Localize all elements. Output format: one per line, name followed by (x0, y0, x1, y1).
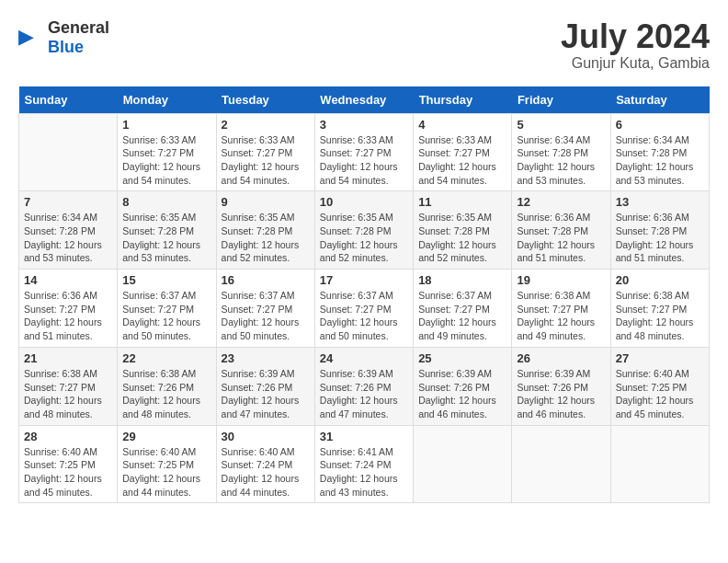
day-number: 23 (222, 351, 310, 365)
day-info: Sunrise: 6:33 AMSunset: 7:27 PMDaylight:… (222, 133, 310, 188)
calendar-cell: 9Sunrise: 6:35 AMSunset: 7:28 PMDaylight… (216, 191, 314, 270)
calendar-week-row: 28Sunrise: 6:40 AMSunset: 7:25 PMDayligh… (19, 425, 710, 503)
weekday-header: Tuesday (216, 86, 314, 114)
day-number: 12 (517, 195, 605, 209)
page-header: ▶ General Blue July 2024 Gunjur Kuta, Ga… (18, 18, 710, 72)
day-number: 15 (122, 273, 210, 287)
day-number: 30 (222, 430, 310, 443)
day-number: 3 (320, 118, 408, 132)
day-number: 8 (122, 195, 210, 209)
day-number: 18 (418, 273, 506, 287)
day-number: 31 (320, 430, 408, 443)
day-number: 27 (616, 351, 704, 365)
day-number: 13 (616, 195, 704, 209)
day-info: Sunrise: 6:33 AMSunset: 7:27 PMDaylight:… (122, 133, 210, 188)
day-info: Sunrise: 6:40 AMSunset: 7:25 PMDaylight:… (122, 445, 210, 500)
calendar-cell: 13Sunrise: 6:36 AMSunset: 7:28 PMDayligh… (610, 191, 709, 270)
calendar-cell: 12Sunrise: 6:36 AMSunset: 7:28 PMDayligh… (512, 191, 610, 270)
day-info: Sunrise: 6:41 AMSunset: 7:24 PMDaylight:… (320, 445, 408, 500)
calendar-cell: 11Sunrise: 6:35 AMSunset: 7:28 PMDayligh… (414, 191, 512, 270)
day-info: Sunrise: 6:34 AMSunset: 7:28 PMDaylight:… (517, 133, 605, 188)
calendar-cell: 19Sunrise: 6:38 AMSunset: 7:27 PMDayligh… (512, 270, 610, 348)
day-info: Sunrise: 6:40 AMSunset: 7:24 PMDaylight:… (222, 445, 310, 500)
calendar-cell: 15Sunrise: 6:37 AMSunset: 7:27 PMDayligh… (118, 270, 216, 348)
day-info: Sunrise: 6:39 AMSunset: 7:26 PMDaylight:… (320, 367, 408, 421)
logo-icon: ▶ (18, 25, 44, 51)
day-info: Sunrise: 6:39 AMSunset: 7:26 PMDaylight:… (222, 367, 310, 421)
day-info: Sunrise: 6:40 AMSunset: 7:25 PMDaylight:… (24, 445, 112, 500)
day-number: 4 (418, 118, 506, 132)
day-info: Sunrise: 6:38 AMSunset: 7:27 PMDaylight:… (24, 367, 112, 421)
day-info: Sunrise: 6:36 AMSunset: 7:28 PMDaylight:… (616, 211, 704, 265)
calendar-cell: 1Sunrise: 6:33 AMSunset: 7:27 PMDaylight… (118, 113, 216, 191)
weekday-header: Friday (512, 86, 610, 114)
day-info: Sunrise: 6:39 AMSunset: 7:26 PMDaylight:… (517, 367, 605, 421)
calendar-cell: 3Sunrise: 6:33 AMSunset: 7:27 PMDaylight… (314, 113, 413, 191)
day-number: 14 (24, 273, 112, 287)
page-title: July 2024 (561, 18, 710, 55)
calendar-cell (512, 425, 610, 503)
day-number: 6 (616, 118, 704, 132)
day-number: 10 (320, 195, 408, 209)
weekday-header-row: SundayMondayTuesdayWednesdayThursdayFrid… (19, 86, 710, 114)
day-info: Sunrise: 6:35 AMSunset: 7:28 PMDaylight:… (122, 211, 210, 265)
day-number: 24 (320, 351, 408, 365)
calendar-cell: 31Sunrise: 6:41 AMSunset: 7:24 PMDayligh… (314, 425, 413, 503)
calendar-cell: 4Sunrise: 6:33 AMSunset: 7:27 PMDaylight… (414, 113, 512, 191)
calendar-cell: 6Sunrise: 6:34 AMSunset: 7:28 PMDaylight… (610, 113, 709, 191)
day-info: Sunrise: 6:35 AMSunset: 7:28 PMDaylight:… (320, 211, 408, 265)
day-number: 26 (517, 351, 605, 365)
calendar-cell (610, 425, 709, 503)
day-number: 22 (122, 351, 210, 365)
calendar-cell (414, 425, 512, 503)
calendar-cell: 5Sunrise: 6:34 AMSunset: 7:28 PMDaylight… (512, 113, 610, 191)
calendar-week-row: 1Sunrise: 6:33 AMSunset: 7:27 PMDaylight… (19, 113, 710, 191)
day-number: 16 (222, 273, 310, 287)
day-number: 17 (320, 273, 408, 287)
day-number: 21 (24, 351, 112, 365)
day-number: 25 (418, 351, 506, 365)
logo: ▶ General Blue (18, 18, 109, 57)
logo-general-text: General (48, 18, 109, 37)
day-info: Sunrise: 6:38 AMSunset: 7:27 PMDaylight:… (517, 289, 605, 343)
svg-text:▶: ▶ (18, 25, 34, 48)
calendar-cell: 20Sunrise: 6:38 AMSunset: 7:27 PMDayligh… (610, 270, 709, 348)
calendar-cell: 24Sunrise: 6:39 AMSunset: 7:26 PMDayligh… (314, 347, 413, 425)
day-info: Sunrise: 6:40 AMSunset: 7:25 PMDaylight:… (616, 367, 704, 421)
day-number: 5 (517, 118, 605, 132)
weekday-header: Sunday (19, 86, 118, 114)
day-info: Sunrise: 6:37 AMSunset: 7:27 PMDaylight:… (222, 289, 310, 343)
day-info: Sunrise: 6:37 AMSunset: 7:27 PMDaylight:… (122, 289, 210, 343)
weekday-header: Wednesday (314, 86, 413, 114)
day-info: Sunrise: 6:33 AMSunset: 7:27 PMDaylight:… (418, 133, 506, 188)
calendar-cell: 23Sunrise: 6:39 AMSunset: 7:26 PMDayligh… (216, 347, 314, 425)
day-info: Sunrise: 6:33 AMSunset: 7:27 PMDaylight:… (320, 133, 408, 188)
day-info: Sunrise: 6:36 AMSunset: 7:28 PMDaylight:… (517, 211, 605, 265)
calendar-cell: 30Sunrise: 6:40 AMSunset: 7:24 PMDayligh… (216, 425, 314, 503)
day-number: 2 (222, 118, 310, 132)
calendar-cell: 29Sunrise: 6:40 AMSunset: 7:25 PMDayligh… (118, 425, 216, 503)
calendar-cell: 18Sunrise: 6:37 AMSunset: 7:27 PMDayligh… (414, 270, 512, 348)
day-info: Sunrise: 6:35 AMSunset: 7:28 PMDaylight:… (418, 211, 506, 265)
day-info: Sunrise: 6:39 AMSunset: 7:26 PMDaylight:… (418, 367, 506, 421)
weekday-header: Thursday (414, 86, 512, 114)
day-info: Sunrise: 6:34 AMSunset: 7:28 PMDaylight:… (616, 133, 704, 188)
calendar-cell: 28Sunrise: 6:40 AMSunset: 7:25 PMDayligh… (19, 425, 118, 503)
day-info: Sunrise: 6:37 AMSunset: 7:27 PMDaylight:… (320, 289, 408, 343)
calendar-week-row: 14Sunrise: 6:36 AMSunset: 7:27 PMDayligh… (19, 270, 710, 348)
calendar-cell: 25Sunrise: 6:39 AMSunset: 7:26 PMDayligh… (414, 347, 512, 425)
calendar-table: SundayMondayTuesdayWednesdayThursdayFrid… (18, 86, 710, 504)
calendar-cell: 10Sunrise: 6:35 AMSunset: 7:28 PMDayligh… (314, 191, 413, 270)
day-number: 29 (122, 430, 210, 443)
day-number: 11 (418, 195, 506, 209)
day-number: 19 (517, 273, 605, 287)
calendar-cell: 2Sunrise: 6:33 AMSunset: 7:27 PMDaylight… (216, 113, 314, 191)
title-block: July 2024 Gunjur Kuta, Gambia (561, 18, 710, 72)
calendar-cell: 26Sunrise: 6:39 AMSunset: 7:26 PMDayligh… (512, 347, 610, 425)
day-info: Sunrise: 6:37 AMSunset: 7:27 PMDaylight:… (418, 289, 506, 343)
day-info: Sunrise: 6:38 AMSunset: 7:26 PMDaylight:… (122, 367, 210, 421)
calendar-week-row: 7Sunrise: 6:34 AMSunset: 7:28 PMDaylight… (19, 191, 710, 270)
day-number: 28 (24, 430, 112, 443)
day-number: 20 (616, 273, 704, 287)
day-number: 1 (122, 118, 210, 132)
